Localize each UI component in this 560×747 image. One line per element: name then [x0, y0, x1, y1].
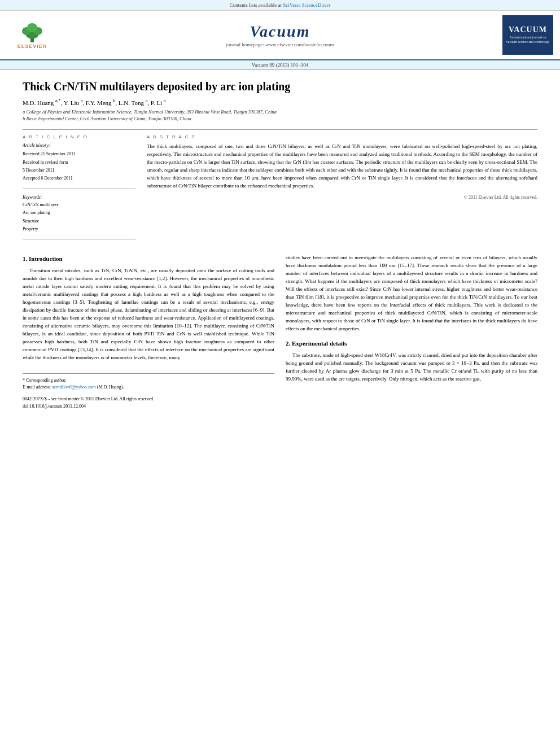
keywords-label: Keywords:: [23, 195, 135, 200]
journal-title: Vacuum: [58, 23, 502, 41]
section1-para1: Transition metal nitrides, such as TiN, …: [23, 267, 274, 361]
abstract-text: The thick multilayers, composed of one, …: [147, 143, 537, 190]
affiliation-a: a College of Physics and Electronic Info…: [23, 108, 537, 116]
body-col-left: 1. Introduction Transition metal nitride…: [23, 254, 274, 410]
received-revised-date: 5 December 2011: [23, 167, 135, 174]
main-content: Thick CrN/TiN multilayers deposited by a…: [0, 70, 560, 419]
keyword-1: CrN/TiN multilayer: [23, 201, 135, 209]
volume-info: Vacuum 89 (2013) 101–104: [252, 62, 309, 68]
email-address[interactable]: acrndfkwfl@yahoo.com: [52, 385, 96, 390]
journal-center: Vacuum journal homepage: www.elsevier.co…: [58, 23, 502, 47]
affiliation-b: b Basic Experimental Center, Civil Aviat…: [23, 115, 537, 123]
body-col-right: studies have been carried out to investi…: [286, 254, 537, 410]
divider-bottom-left: [23, 239, 135, 239]
abstract-col: A B S T R A C T The thick multilayers, c…: [147, 134, 537, 244]
section2-heading: 2. Experimental details: [286, 339, 537, 348]
article-info-col: A R T I C L E I N F O Article history: R…: [23, 134, 135, 244]
top-bar: Contents lists available at SciVerse Sci…: [0, 0, 560, 11]
affiliations: a College of Physics and Electronic Info…: [23, 108, 537, 123]
keyword-4: Property: [23, 225, 135, 233]
vacuum-logo-title: VACUUM: [509, 25, 547, 34]
body-section: 1. Introduction Transition metal nitride…: [23, 254, 537, 410]
article-meta-bar: Vacuum 89 (2013) 101–104: [0, 60, 560, 70]
abstract-label: A B S T R A C T: [147, 134, 537, 139]
issn-line: 0042-207X/$ – see front matter © 2011 El…: [23, 396, 274, 403]
article-title: Thick CrN/TiN multilayers deposited by a…: [23, 79, 537, 94]
divider-keywords: [23, 189, 135, 189]
svg-point-4: [27, 23, 37, 32]
accepted-date: Accepted 6 December 2011: [23, 174, 135, 182]
elsevier-logo: ELSEVIER: [7, 15, 58, 55]
journal-header: ELSEVIER Vacuum journal homepage: www.el…: [0, 11, 560, 60]
received-date: Received 21 September 2011: [23, 150, 135, 158]
footnote-email: E-mail address: acrndfkwfl@yahoo.com (M.…: [23, 384, 274, 391]
sciverse-link[interactable]: SciVerse ScienceDirect: [283, 2, 330, 8]
journal-homepage: journal homepage: www.elsevier.com/locat…: [58, 42, 502, 47]
sciverse-text: Contents lists available at: [230, 2, 282, 8]
email-label: E-mail address:: [23, 385, 51, 390]
section2-para1: The substrate, made of high-speed steel …: [286, 352, 537, 383]
divider-top: [23, 129, 537, 130]
body-columns: 1. Introduction Transition metal nitride…: [23, 254, 537, 410]
keyword-2: Arc ion plating: [23, 209, 135, 217]
email-suffix: (M.D. Huang).: [97, 385, 124, 390]
article-history-label: Article history:: [23, 143, 135, 148]
footnote-corresponding: * Corresponding author.: [23, 377, 274, 385]
section1-para2: studies have been carried out to investi…: [286, 254, 537, 333]
elsevier-tree-icon: [15, 21, 49, 43]
elsevier-text: ELSEVIER: [18, 43, 47, 49]
info-abstract-section: A R T I C L E I N F O Article history: R…: [23, 134, 537, 244]
footnote-area: * Corresponding author. E-mail address: …: [23, 373, 274, 392]
section1-heading: 1. Introduction: [23, 254, 274, 264]
keywords-section: Keywords: CrN/TiN multilayer Arc ion pla…: [23, 195, 135, 234]
vacuum-logo-box: VACUUM An international journal onvacuum…: [502, 15, 553, 55]
article-info-label: A R T I C L E I N F O: [23, 134, 135, 139]
doi-line: doi:10.1016/j.vacuum.2011.12.004: [23, 403, 274, 410]
vacuum-logo-subtitle: An international journal onvacuum scienc…: [506, 36, 549, 45]
copyright: © 2011 Elsevier Ltd. All rights reserved…: [147, 195, 537, 200]
authors-line: M.D. Huang a,*, Y. Liu a, F.Y. Meng b, L…: [23, 98, 537, 106]
keyword-3: Structure: [23, 217, 135, 225]
received-revised-label: Received in revised form: [23, 159, 135, 167]
